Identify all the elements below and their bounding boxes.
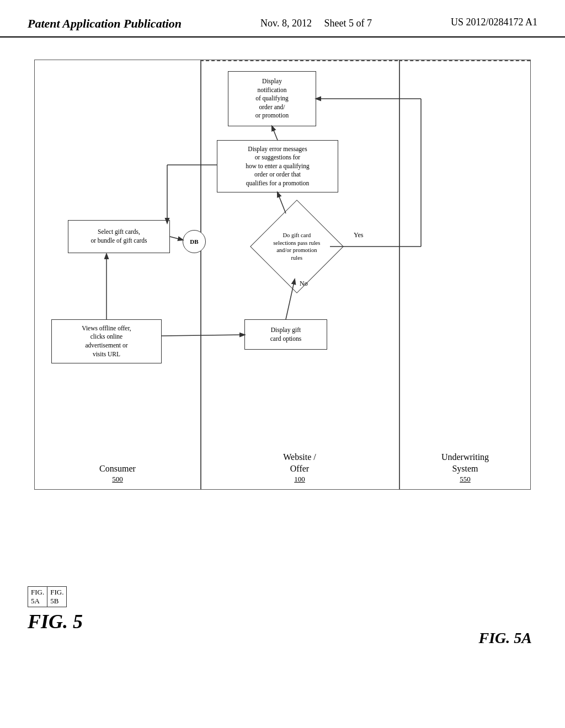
figure-labels-area: FIG.5A FIG.5B FIG. 5 xyxy=(28,586,83,633)
lane-underwriting-label: UnderwritingSystem xyxy=(399,452,531,475)
page-header: Patent Application Publication Nov. 8, 2… xyxy=(0,0,565,38)
lane-divider-2 xyxy=(399,60,400,489)
svg-line-2 xyxy=(162,335,244,336)
no-label: No xyxy=(300,280,308,288)
fig-5-large-label: FIG. 5 xyxy=(28,610,83,633)
svg-line-1 xyxy=(170,237,183,240)
fig-5a-bottom-right: FIG. 5A xyxy=(479,629,532,647)
db-cylinder: DB xyxy=(183,230,206,253)
main-content: Consumer 500 Website /Offer 100 Underwri… xyxy=(0,38,565,661)
fig-small-table: FIG.5A FIG.5B xyxy=(28,586,67,607)
dashed-top-middle xyxy=(200,60,398,61)
header-center: Nov. 8, 2012 Sheet 5 of 7 xyxy=(260,17,372,30)
lane-divider-1 xyxy=(200,60,201,489)
yes-label: Yes xyxy=(354,231,363,239)
box-display-notification: Displaynotificationof qualifyingorder an… xyxy=(228,71,316,126)
fig-5b-label-small: FIG.5B xyxy=(47,587,67,607)
lane-consumer-label: Consumer xyxy=(35,463,200,475)
db-label: DB xyxy=(190,238,198,245)
lane-website: Website /Offer 100 xyxy=(200,452,399,484)
publication-date: Nov. 8, 2012 xyxy=(260,18,312,29)
box-views-offline: Views offline offer,clicks onlineadverti… xyxy=(51,319,162,363)
svg-line-5 xyxy=(272,126,278,140)
publication-title: Patent Application Publication xyxy=(28,17,182,31)
lane-underwriting-number: 550 xyxy=(399,475,531,484)
patent-number: US 2012/0284172 A1 xyxy=(451,17,537,28)
svg-line-4 xyxy=(278,192,286,213)
box-select-gift-cards: Select gift cards,or bundle of gift card… xyxy=(68,220,170,253)
sheet-info: Sheet 5 of 7 xyxy=(324,18,371,29)
box-display-gift-options: Display giftcard options xyxy=(244,319,327,350)
diamond-label: Do gift cardselections pass rulesand/or … xyxy=(269,232,324,262)
lane-underwriting: UnderwritingSystem 550 xyxy=(399,452,531,484)
diamond-pass-rules: Do gift cardselections pass rulesand/or … xyxy=(250,200,344,293)
box-display-errors: Display error messagesor suggestions for… xyxy=(217,140,338,192)
lane-consumer-number: 500 xyxy=(35,475,200,484)
lane-website-label: Website /Offer xyxy=(200,452,399,475)
lane-website-number: 100 xyxy=(200,475,399,484)
dashed-top-right xyxy=(399,60,530,61)
swimlane-diagram: Consumer 500 Website /Offer 100 Underwri… xyxy=(34,60,531,490)
lane-consumer: Consumer 500 xyxy=(35,463,200,484)
fig-5a-label-small: FIG.5A xyxy=(28,587,47,607)
